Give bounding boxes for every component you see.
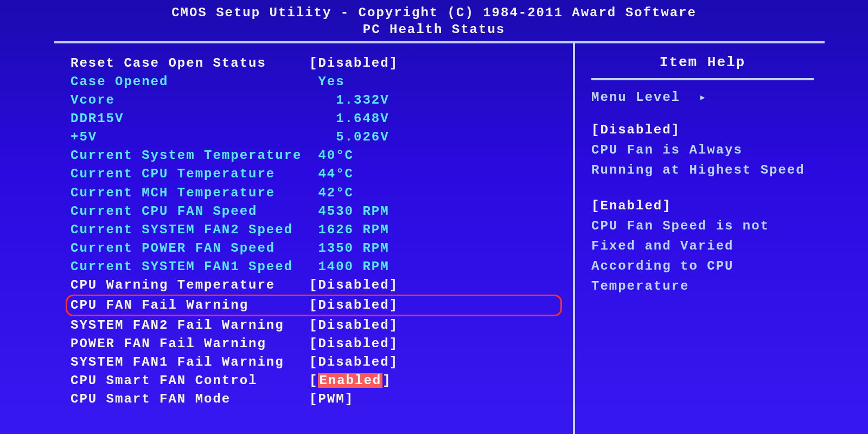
setting-row[interactable]: POWER FAN Fail Warning[Disabled]: [71, 335, 562, 353]
setting-value-text: 4530 RPM: [318, 204, 389, 219]
setting-label: Reset Case Open Status: [71, 54, 309, 73]
setting-row[interactable]: CPU FAN Fail Warning[Disabled]: [66, 295, 562, 316]
chevron-right-icon: ▸: [699, 90, 707, 105]
setting-row: Current CPU FAN Speed 4530 RPM: [71, 202, 562, 221]
setting-value[interactable]: [PWM]: [309, 390, 354, 409]
setting-value: 1400 RPM: [309, 258, 390, 276]
setting-row[interactable]: SYSTEM FAN2 Fail Warning[Disabled]: [71, 316, 562, 335]
setting-row: Current MCH Temperature 42°C: [71, 184, 562, 202]
setting-value[interactable]: [Disabled]: [309, 276, 398, 295]
setting-value[interactable]: [Disabled]: [309, 54, 398, 73]
setting-label: Current SYSTEM FAN1 Speed: [71, 258, 309, 276]
header-title: CMOS Setup Utility - Copyright (C) 1984-…: [0, 5, 868, 20]
setting-label: Current SYSTEM FAN2 Speed: [71, 221, 309, 239]
setting-value-text: Disabled: [318, 56, 389, 71]
setting-value[interactable]: [Disabled]: [309, 335, 398, 353]
help-disabled-text: CPU Fan is Always Running at Highest Spe…: [591, 140, 814, 180]
setting-value: Yes: [309, 73, 345, 91]
setting-label: Current CPU FAN Speed: [71, 202, 309, 221]
setting-value-text: Disabled: [318, 278, 389, 292]
setting-value: 1350 RPM: [309, 239, 390, 258]
setting-value[interactable]: [Enabled]: [309, 372, 392, 390]
setting-value[interactable]: [Disabled]: [309, 353, 398, 372]
settings-panel: Reset Case Open Status[Disabled]Case Ope…: [54, 43, 575, 434]
setting-row[interactable]: CPU Smart FAN Control[Enabled]: [71, 372, 562, 390]
menu-level-label: Menu Level: [591, 90, 680, 105]
setting-row[interactable]: Reset Case Open Status[Disabled]: [71, 54, 562, 73]
setting-label: +5V: [71, 128, 309, 146]
setting-value-text: Yes: [318, 74, 344, 89]
bios-header: CMOS Setup Utility - Copyright (C) 1984-…: [0, 0, 868, 41]
setting-row: Current SYSTEM FAN1 Speed 1400 RPM: [71, 258, 562, 276]
setting-row: Vcore 1.332V: [71, 91, 562, 110]
setting-value: 1.648V: [309, 110, 390, 128]
setting-value: 5.026V: [309, 128, 390, 146]
setting-label: Case Opened: [71, 73, 309, 91]
setting-row[interactable]: SYSTEM FAN1 Fail Warning[Disabled]: [71, 353, 562, 372]
setting-value-text: Disabled: [318, 318, 389, 333]
setting-value: 44°C: [309, 165, 354, 183]
setting-value-text: 1350 RPM: [318, 241, 389, 256]
setting-row: Current CPU Temperature 44°C: [71, 165, 562, 183]
help-disabled-heading: [Disabled]: [591, 120, 814, 140]
help-title: Item Help: [591, 54, 814, 80]
setting-value-text: Disabled: [318, 336, 389, 351]
setting-row: DDR15V 1.648V: [71, 110, 562, 128]
setting-value: 1626 RPM: [309, 221, 390, 239]
setting-value-text: 1626 RPM: [318, 222, 389, 237]
setting-label: CPU Smart FAN Mode: [71, 390, 309, 409]
bios-body: Reset Case Open Status[Disabled]Case Ope…: [54, 41, 825, 434]
setting-value[interactable]: [Disabled]: [309, 296, 398, 315]
setting-row: Current POWER FAN Speed 1350 RPM: [71, 239, 562, 258]
setting-label: Current POWER FAN Speed: [71, 239, 309, 258]
help-panel: Item Help Menu Level ▸ [Disabled] CPU Fa…: [575, 43, 825, 434]
setting-label: CPU FAN Fail Warning: [71, 296, 309, 315]
setting-value: 4530 RPM: [309, 202, 390, 221]
setting-label: CPU Warning Temperature: [71, 276, 309, 295]
menu-level: Menu Level ▸: [591, 90, 814, 105]
setting-value-text: 42°C: [318, 186, 354, 200]
setting-value-text: 40°C: [318, 148, 354, 163]
setting-value-text: 44°C: [318, 167, 354, 181]
setting-value-text: 5.026V: [336, 130, 389, 144]
setting-value: 1.332V: [309, 91, 390, 110]
setting-label: Vcore: [71, 91, 309, 110]
setting-row: +5V 5.026V: [71, 128, 562, 146]
setting-row: Case Opened Yes: [71, 73, 562, 91]
setting-row[interactable]: CPU Warning Temperature[Disabled]: [71, 276, 562, 295]
setting-label: SYSTEM FAN1 Fail Warning: [71, 353, 309, 372]
help-enabled-heading: [Enabled]: [591, 196, 814, 216]
setting-label: Current CPU Temperature: [71, 165, 309, 183]
setting-label: Current System Temperature: [71, 146, 309, 165]
setting-label: Current MCH Temperature: [71, 184, 309, 202]
header-subtitle: PC Health Status: [0, 22, 868, 37]
setting-value-text: Disabled: [318, 355, 389, 369]
setting-value: 40°C: [309, 146, 354, 165]
setting-value-text: Enabled: [318, 373, 382, 388]
setting-label: CPU Smart FAN Control: [71, 372, 309, 390]
setting-label: SYSTEM FAN2 Fail Warning: [71, 316, 309, 335]
setting-value: 42°C: [309, 184, 354, 202]
setting-row: Current System Temperature 40°C: [71, 146, 562, 165]
help-enabled-text: CPU Fan Speed is not Fixed and Varied Ac…: [591, 216, 814, 297]
spacer: [591, 181, 814, 196]
setting-value-text: 1400 RPM: [318, 259, 389, 274]
setting-row: Current SYSTEM FAN2 Speed 1626 RPM: [71, 221, 562, 239]
setting-label: DDR15V: [71, 110, 309, 128]
setting-value-text: 1.332V: [336, 93, 389, 107]
setting-value-text: 1.648V: [336, 111, 389, 126]
setting-label: POWER FAN Fail Warning: [71, 335, 309, 353]
setting-value-text: Disabled: [318, 298, 389, 312]
setting-value-text: PWM: [318, 392, 344, 406]
setting-value[interactable]: [Disabled]: [309, 316, 398, 335]
setting-row[interactable]: CPU Smart FAN Mode[PWM]: [71, 390, 562, 409]
bios-screen: CMOS Setup Utility - Copyright (C) 1984-…: [0, 0, 868, 434]
